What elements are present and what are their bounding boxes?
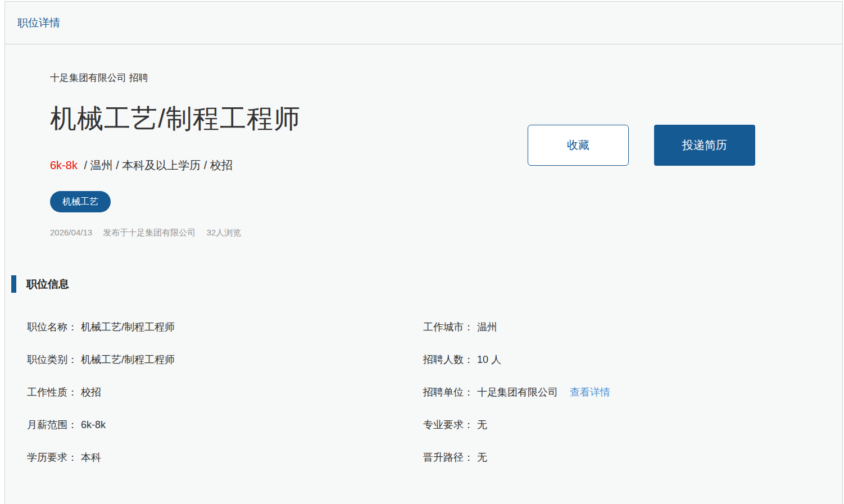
field-label: 招聘人数：: [423, 354, 474, 365]
info-row: 月薪范围：6k-8k: [27, 418, 423, 432]
company-line: 十足集团有限公司 招聘: [50, 72, 842, 84]
view-details-link[interactable]: 查看详情: [570, 387, 610, 398]
submit-resume-button[interactable]: 投递简历: [654, 125, 755, 166]
publish-date: 2026/04/13: [50, 228, 92, 237]
job-detail-panel: 职位详情 十足集团有限公司 招聘 机械工艺/制程工程师 6k-8k / 温州 /…: [4, 1, 843, 504]
section-header: 职位信息: [5, 275, 842, 293]
field-label: 招聘单位：: [423, 387, 474, 398]
job-info-grid: 职位名称：机械工艺/制程工程师职位类别：机械工艺/制程工程师工作性质：校招月薪范…: [5, 320, 842, 483]
field-value: 校招: [81, 387, 101, 398]
info-row: 工作城市：温州: [423, 320, 819, 334]
field-label: 职位类别：: [27, 354, 78, 365]
field-value: 机械工艺/制程工程师: [81, 354, 175, 365]
field-label: 工作性质：: [27, 387, 78, 398]
field-value: 温州: [477, 321, 497, 333]
info-row: 学历要求：本科: [27, 451, 423, 464]
info-row: 晋升路径：无: [423, 451, 819, 464]
salary-range: 6k-8k: [50, 159, 78, 171]
field-value: 6k-8k: [81, 419, 106, 430]
section-title: 职位信息: [26, 277, 69, 292]
field-label: 学历要求：: [27, 452, 78, 463]
job-meta: / 温州 / 本科及以上学历 / 校招: [84, 159, 232, 171]
info-column-right: 工作城市：温州招聘人数：10 人招聘单位：十足集团有限公司查看详情专业要求：无晋…: [423, 320, 819, 483]
publisher: 发布于十足集团有限公司: [103, 228, 196, 237]
field-value: 十足集团有限公司: [477, 387, 558, 398]
section-accent-bar: [11, 275, 16, 293]
field-label: 工作城市：: [423, 321, 474, 333]
info-row: 专业要求：无: [423, 418, 819, 432]
info-row: 招聘人数：10 人: [423, 353, 819, 366]
publish-info: 2026/04/13 发布于十足集团有限公司 32人浏览: [50, 228, 842, 238]
favorite-button[interactable]: 收藏: [528, 125, 629, 166]
info-row: 职位类别：机械工艺/制程工程师: [27, 353, 423, 366]
field-value: 机械工艺/制程工程师: [81, 321, 175, 333]
field-value: 本科: [81, 452, 101, 463]
topbar: 职位详情: [5, 2, 842, 44]
field-value: 10 人: [477, 354, 501, 365]
job-tag: 机械工艺: [50, 191, 111, 212]
field-label: 专业要求：: [423, 419, 474, 430]
view-count: 32人浏览: [206, 228, 241, 237]
field-label: 晋升路径：: [423, 452, 474, 463]
field-label: 月薪范围：: [27, 419, 78, 430]
page: 职位详情 十足集团有限公司 招聘 机械工艺/制程工程师 6k-8k / 温州 /…: [0, 0, 844, 504]
field-value: 无: [477, 452, 487, 463]
action-buttons: 收藏 投递简历: [528, 125, 755, 166]
info-row: 工作性质：校招: [27, 385, 423, 399]
info-column-left: 职位名称：机械工艺/制程工程师职位类别：机械工艺/制程工程师工作性质：校招月薪范…: [27, 320, 423, 483]
info-row: 招聘单位：十足集团有限公司查看详情: [423, 385, 819, 399]
info-row: 职位名称：机械工艺/制程工程师: [27, 320, 423, 334]
breadcrumb: 职位详情: [17, 16, 60, 30]
field-label: 职位名称：: [27, 321, 78, 333]
field-value: 无: [477, 419, 487, 430]
